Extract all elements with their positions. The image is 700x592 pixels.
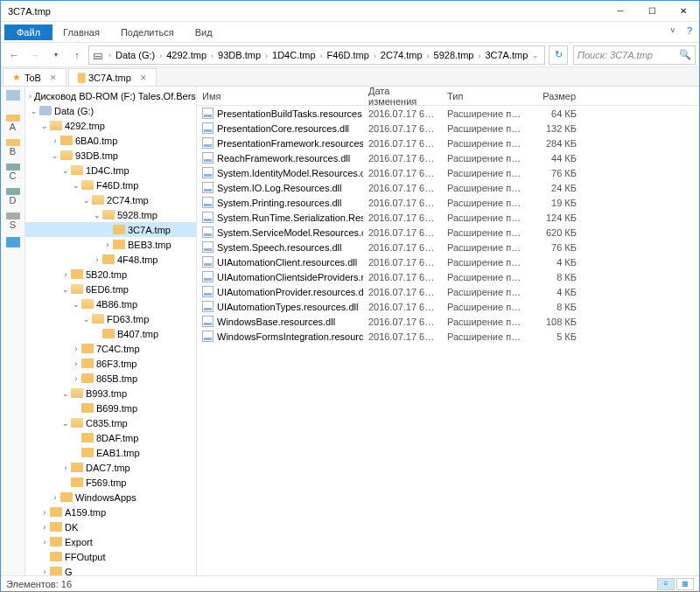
col-name[interactable]: Имя	[197, 91, 363, 101]
tree-node[interactable]: 3C7A.tmp	[25, 222, 196, 237]
tree-node[interactable]: ⌄6ED6.tmp	[25, 282, 196, 296]
col-type[interactable]: Тип	[442, 91, 529, 101]
ribbon-toggle-icon[interactable]: v	[671, 25, 676, 34]
file-row[interactable]: System.Speech.resources.dll2016.07.17 6:…	[197, 240, 699, 254]
twisty-icon[interactable]: ›	[71, 359, 81, 368]
menu-share[interactable]: Поделиться	[110, 24, 185, 40]
chevron-right-icon[interactable]: ›	[424, 52, 432, 60]
twisty-icon[interactable]: ›	[50, 136, 60, 145]
twisty-icon[interactable]: ⌄	[60, 285, 71, 294]
tree-node[interactable]: ⌄Data (G:)	[25, 103, 196, 118]
tree-node[interactable]: ⌄FD63.tmp	[25, 311, 196, 326]
minimize-button[interactable]: ─	[605, 1, 636, 22]
tree-node[interactable]: ›7C4C.tmp	[25, 341, 196, 356]
file-row[interactable]: System.ServiceModel.Resources.dll2016.07…	[197, 225, 699, 240]
tree-node[interactable]: ›6BA0.tmp	[25, 133, 196, 148]
maximize-button[interactable]: ☐	[636, 1, 668, 22]
col-size[interactable]: Размер	[529, 91, 582, 101]
tree-node[interactable]: ›Export	[25, 534, 196, 549]
twisty-icon[interactable]: ›	[71, 374, 81, 383]
rail-item[interactable]: B	[4, 139, 22, 157]
file-row[interactable]: WindowsFormsIntegration.resources.dll201…	[197, 329, 699, 344]
tree-node[interactable]: B407.tmp	[25, 326, 196, 341]
breadcrumb-segment[interactable]: 4292.tmp	[164, 50, 208, 60]
search-input[interactable]: Поиск: 3C7A.tmp 🔍	[573, 45, 696, 65]
menu-file[interactable]: Файл	[4, 24, 52, 40]
close-icon[interactable]: ✕	[140, 73, 147, 82]
forward-button[interactable]: →	[25, 45, 45, 65]
file-row[interactable]: System.Printing.resources.dll2016.07.17 …	[197, 195, 699, 210]
tree-node[interactable]: ⌄4B86.tmp	[25, 296, 196, 311]
twisty-icon[interactable]: ⌄	[81, 196, 92, 205]
twisty-icon[interactable]: ⌄	[39, 122, 50, 130]
file-row[interactable]: System.IdentityModel.Resources.dll2016.0…	[197, 165, 699, 180]
file-row[interactable]: UIAutomationProvider.resources.dll2016.0…	[197, 284, 699, 299]
twisty-icon[interactable]: ›	[29, 92, 32, 101]
tree-node[interactable]: 8DAF.tmp	[25, 430, 196, 445]
breadcrumb-segment[interactable]: 1D4C.tmp	[270, 50, 318, 60]
breadcrumb-segment[interactable]: Data (G:)	[114, 50, 157, 60]
tree-node[interactable]: ›DK	[25, 519, 196, 534]
file-row[interactable]: WindowsBase.resources.dll2016.07.17 6:08…	[197, 314, 699, 329]
close-button[interactable]: ✕	[668, 1, 699, 22]
close-icon[interactable]: ✕	[50, 73, 57, 82]
twisty-icon[interactable]: ⌄	[92, 211, 102, 219]
file-row[interactable]: UIAutomationTypes.resources.dll2016.07.1…	[197, 299, 699, 314]
back-button[interactable]: ←	[4, 45, 24, 65]
menu-home[interactable]: Главная	[52, 24, 110, 40]
twisty-icon[interactable]: ⌄	[50, 151, 60, 160]
tree-node[interactable]: FFOutput	[25, 549, 196, 564]
chevron-right-icon[interactable]: ›	[262, 52, 270, 60]
tree-node[interactable]: ›86F3.tmp	[25, 356, 196, 371]
tree-node[interactable]: B699.tmp	[25, 400, 196, 415]
tree-node[interactable]: ›DAC7.tmp	[25, 460, 196, 475]
twisty-icon[interactable]: ⌄	[81, 315, 92, 324]
breadcrumb[interactable]: 🖴 › Data (G:)›4292.tmp›93DB.tmp›1D4C.tmp…	[88, 45, 545, 65]
tree-node[interactable]: ›WindowsApps	[25, 490, 196, 505]
twisty-icon[interactable]: ⌄	[29, 107, 39, 115]
folder-tree[interactable]: ›Дисковод BD-ROM (F:) Tales.Of.Berseri⌄D…	[25, 87, 197, 577]
rail-item[interactable]	[4, 90, 22, 108]
twisty-icon[interactable]: ⌄	[60, 166, 71, 175]
tree-node[interactable]: ⌄C835.tmp	[25, 415, 196, 430]
col-date[interactable]: Дата изменения	[363, 87, 442, 107]
tree-node[interactable]: ⌄2C74.tmp	[25, 192, 196, 207]
twisty-icon[interactable]: ⌄	[60, 389, 71, 398]
tree-node[interactable]: ›BEB3.tmp	[25, 237, 196, 252]
tree-node[interactable]: ›A159.tmp	[25, 505, 196, 519]
chevron-right-icon[interactable]: ›	[371, 52, 379, 60]
file-row[interactable]: System.IO.Log.Resources.dll2016.07.17 6:…	[197, 180, 699, 195]
tree-node[interactable]: EAB1.tmp	[25, 445, 196, 460]
tree-node[interactable]: ⌄B993.tmp	[25, 386, 196, 400]
details-view-button[interactable]: ≡	[657, 578, 675, 590]
tab-favorites[interactable]: ★ ToB ✕	[3, 68, 66, 86]
breadcrumb-segment[interactable]: 2C74.tmp	[379, 50, 424, 60]
twisty-icon[interactable]: ›	[39, 538, 50, 547]
tree-node[interactable]: ⌄F46D.tmp	[25, 178, 196, 192]
twisty-icon[interactable]: ›	[71, 345, 81, 353]
twisty-icon[interactable]: ⌄	[71, 300, 81, 309]
chevron-down-icon[interactable]: ⌄	[529, 51, 542, 59]
twisty-icon[interactable]: ›	[39, 568, 50, 576]
tree-node[interactable]: ›Дисковод BD-ROM (F:) Tales.Of.Berseri	[25, 88, 196, 103]
rail-item[interactable]: D	[4, 188, 22, 205]
chevron-right-icon[interactable]: ›	[106, 51, 114, 59]
rail-item[interactable]: A	[4, 115, 22, 132]
twisty-icon[interactable]: ›	[39, 523, 50, 532]
icons-view-button[interactable]: ▦	[676, 578, 694, 590]
breadcrumb-segment[interactable]: 5928.tmp	[432, 50, 476, 60]
up-button[interactable]: ↑	[67, 45, 87, 65]
tree-node[interactable]: ⌄5928.tmp	[25, 207, 196, 222]
help-icon[interactable]: ?	[687, 25, 692, 36]
file-list[interactable]: Имя Дата изменения Тип Размер Presentati…	[197, 87, 699, 577]
twisty-icon[interactable]: ›	[39, 508, 50, 517]
tab-current-folder[interactable]: ▇ 3C7A.tmp ✕	[68, 68, 157, 86]
tree-node[interactable]: ⌄1D4C.tmp	[25, 163, 196, 178]
rail-item[interactable]	[4, 237, 22, 254]
file-row[interactable]: System.RunTime.Serialization.Resources..…	[197, 210, 699, 225]
file-row[interactable]: PresentationCore.resources.dll2016.07.17…	[197, 121, 699, 136]
chevron-right-icon[interactable]: ›	[208, 52, 216, 60]
recent-dropdown[interactable]: ▾	[46, 45, 66, 65]
tree-node[interactable]: F569.tmp	[25, 475, 196, 490]
file-row[interactable]: PresentationFramework.resources.dll2016.…	[197, 136, 699, 150]
